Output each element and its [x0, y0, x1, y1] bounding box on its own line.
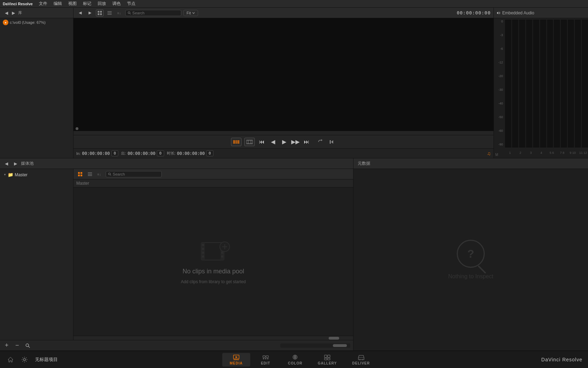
menu-node[interactable]: 节点	[124, 0, 138, 7]
svg-rect-4	[107, 11, 112, 12]
viewer-timecode: 00:00:00:00	[457, 10, 491, 15]
play-btn[interactable]: ▶	[280, 138, 288, 146]
viewer-scrubber[interactable]	[74, 131, 493, 135]
viewer-nav-back[interactable]: ◀	[76, 9, 84, 16]
mp-back-btn[interactable]: ◀	[3, 160, 10, 167]
viewer-search-box[interactable]	[125, 10, 181, 16]
audio-title: Embedded Audio	[502, 11, 534, 15]
viewer-list-view[interactable]	[106, 9, 113, 16]
master-folder-label: Master	[15, 172, 28, 177]
clip-view-btn[interactable]	[244, 138, 255, 146]
tab-edit[interactable]: EDIT	[252, 353, 280, 367]
viewer-canvas[interactable]	[74, 18, 493, 131]
clips-search-input[interactable]	[113, 172, 159, 176]
chevron-down-icon	[192, 12, 195, 14]
menu-edit[interactable]: 编辑	[51, 0, 65, 7]
clips-search-icon	[108, 172, 111, 176]
tab-deliver[interactable]: DELIVER	[345, 353, 377, 367]
viewer-grid-view[interactable]	[96, 9, 104, 16]
svg-rect-3	[100, 13, 102, 15]
media-pool-section: ◀ ▶ 媒体池 ▼ 📁 Master	[0, 158, 354, 350]
svg-rect-53	[328, 355, 330, 357]
edit-tab-icon	[262, 354, 269, 361]
in-timecode: 00:00:00:00	[82, 151, 110, 156]
svg-rect-0	[98, 11, 99, 13]
svg-rect-21	[88, 172, 92, 173]
add-bin-btn[interactable]: +	[3, 342, 10, 349]
tab-color[interactable]: COLOR	[281, 353, 309, 367]
library-drive-item[interactable]: ● c:\vol0 (Usage: 67%)	[0, 18, 73, 27]
music-icon[interactable]: ♫	[487, 151, 491, 156]
empty-clips-icon	[200, 239, 227, 264]
viewer-toolbar: ◀ ▶	[74, 8, 493, 18]
svg-rect-50	[267, 358, 268, 359]
viewer-search-input[interactable]	[132, 11, 179, 15]
color-tab-icon	[292, 354, 299, 361]
out-label: 出:	[121, 151, 126, 156]
menu-file[interactable]: 文件	[36, 0, 50, 7]
settings-btn[interactable]	[20, 355, 29, 364]
in-point-group: In: 00:00:00:00 0	[76, 150, 118, 156]
master-folder[interactable]: ▼ 📁 Master	[2, 171, 71, 178]
mp-forward-btn[interactable]: ▶	[12, 160, 19, 167]
meter-bar-9	[561, 20, 567, 148]
menu-view[interactable]: 视图	[65, 0, 79, 7]
svg-rect-32	[202, 252, 204, 254]
play-reverse-btn[interactable]: ◀	[269, 138, 277, 146]
mp-h-scrollbar[interactable]	[280, 343, 350, 348]
svg-rect-33	[202, 255, 204, 258]
clips-list-view[interactable]	[86, 171, 94, 178]
search-bin-btn[interactable]	[24, 342, 31, 349]
tab-edit-label: EDIT	[261, 361, 270, 365]
svg-rect-5	[107, 13, 112, 13]
gallery-tab-icon	[324, 354, 331, 361]
svg-line-26	[110, 175, 111, 175]
meter-bar-4	[526, 20, 532, 148]
frame-step-back-btn[interactable]	[328, 138, 336, 146]
duration-frame: 0	[206, 150, 214, 156]
timecode-bar: In: 00:00:00:00 0 出: 00:00:00:00 0 时长: 0…	[74, 148, 493, 158]
svg-rect-2	[98, 13, 99, 15]
menu-mark[interactable]: 标记	[80, 0, 94, 7]
svg-rect-11	[236, 140, 237, 144]
folder-tree: ▼ 📁 Master	[0, 169, 74, 340]
fit-dropdown[interactable]: Fit	[183, 10, 198, 16]
loop-btn[interactable]	[316, 138, 325, 146]
meter-bar-3	[519, 20, 525, 148]
media-pool-split: ▼ 📁 Master	[0, 169, 353, 340]
go-to-end-btn[interactable]: ⏭	[302, 138, 311, 146]
remove-bin-btn[interactable]: −	[13, 342, 21, 349]
empty-clips-sub-text: Add clips from library to get started	[181, 279, 246, 284]
clips-sort-btn[interactable]: ≡↓	[96, 171, 104, 178]
go-to-start-btn[interactable]: ⏮	[258, 138, 266, 146]
bottom-left: 无标题项目	[6, 355, 58, 364]
clips-scrollbar[interactable]	[74, 336, 353, 340]
drive-icon: ●	[3, 20, 8, 25]
meter-bars-area	[505, 20, 588, 148]
svg-rect-49	[265, 358, 266, 359]
tab-media[interactable]: MEDIA	[222, 353, 250, 367]
library-back-btn[interactable]: ◀	[3, 9, 10, 16]
clips-grid-view[interactable]	[76, 171, 84, 178]
metadata-header: 元数据	[354, 158, 588, 169]
audio-header: Embedded Audio	[494, 8, 588, 18]
play-forward-btn[interactable]: ▶▶	[291, 138, 300, 146]
home-btn[interactable]	[6, 355, 15, 364]
viewer-nav-forward[interactable]: ▶	[86, 9, 94, 16]
tab-gallery[interactable]: GALLERY	[311, 353, 344, 367]
brand-name: DaVinci Resolve	[541, 357, 582, 362]
tab-color-label: COLOR	[288, 361, 302, 365]
meter-bar-1	[505, 20, 511, 148]
tab-gallery-label: GALLERY	[318, 361, 337, 365]
viewer-sort-btn[interactable]: ≡↓	[115, 9, 123, 16]
menu-color[interactable]: 调色	[110, 0, 124, 7]
meter-m-label: M	[495, 153, 498, 157]
svg-rect-20	[80, 175, 82, 176]
bottom-section: ◀ ▶ 媒体池 ▼ 📁 Master	[0, 158, 588, 350]
svg-rect-48	[263, 358, 264, 359]
library-forward-btn[interactable]: ▶	[10, 9, 17, 16]
clip-in-out-btn[interactable]	[231, 138, 241, 146]
clips-search-box[interactable]	[106, 171, 162, 177]
menu-playback[interactable]: 回放	[95, 0, 109, 7]
viewer-section: ◀ ▶	[74, 8, 493, 158]
